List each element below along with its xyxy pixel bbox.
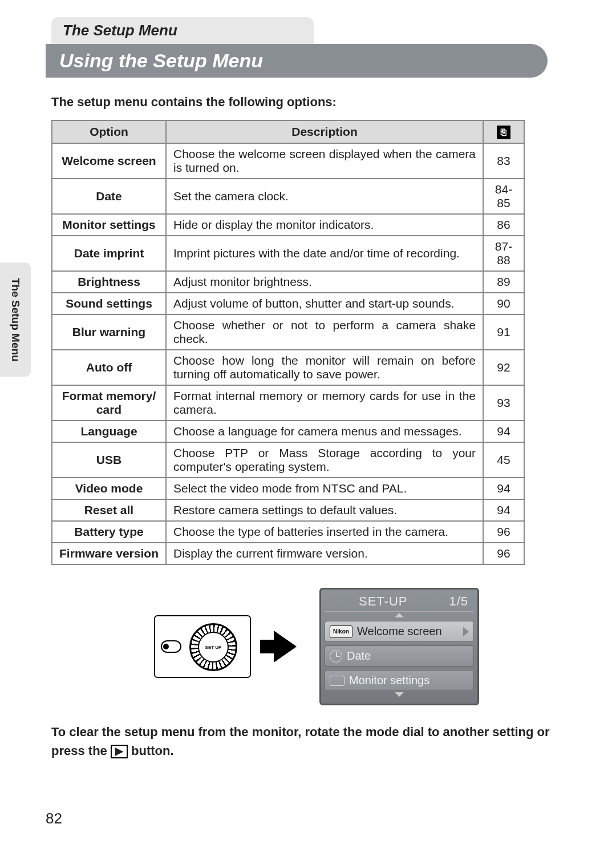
table-row: Welcome screenChoose the welcome screen … — [52, 143, 524, 179]
table-row: Monitor settingsHide or display the moni… — [52, 214, 524, 236]
description-cell: Adjust monitor brightness. — [166, 271, 483, 293]
lcd-page: 1/5 — [449, 594, 468, 609]
intro-text: The setup menu contains the following op… — [51, 95, 587, 110]
option-cell: Language — [52, 421, 166, 442]
option-cell: Blur warning — [52, 314, 166, 350]
section-title: Using the Setup Menu — [46, 44, 548, 78]
table-row: Battery typeChoose the type of batteries… — [52, 521, 524, 543]
nikon-logo-icon: Nikon — [330, 625, 352, 638]
table-row: Auto offChoose how long the monitor will… — [52, 350, 524, 385]
description-cell: Choose the type of batteries inserted in… — [166, 521, 483, 543]
option-cell: Date imprint — [52, 236, 166, 271]
option-cell: Auto off — [52, 350, 166, 385]
description-cell: Choose PTP or Mass Storage according to … — [166, 442, 483, 478]
illustration-row: SET UP SET-UP 1/5 NikonWelcome screenDat… — [46, 588, 587, 705]
page-cell: 83 — [483, 143, 524, 179]
page-cell: 86 — [483, 214, 524, 236]
option-cell: Brightness — [52, 271, 166, 293]
page-cell: 93 — [483, 385, 524, 421]
option-cell: Format memory/ card — [52, 385, 166, 421]
table-row: Sound settingsAdjust volume of button, s… — [52, 293, 524, 314]
mode-dial-illustration: SET UP — [154, 615, 251, 678]
description-cell: Format internal memory or memory cards f… — [166, 385, 483, 421]
description-cell: Hide or display the monitor indicators. — [166, 214, 483, 236]
dial-setup-label: SET UP — [198, 632, 229, 663]
col-page: ⎘ — [483, 120, 524, 143]
page-cell: 92 — [483, 350, 524, 385]
play-button-icon: ▶ — [111, 745, 128, 758]
chevron-right-icon — [463, 627, 469, 636]
table-row: USBChoose PTP or Mass Storage according … — [52, 442, 524, 478]
arrow-right-icon — [274, 631, 297, 663]
col-description: Description — [166, 120, 483, 143]
lcd-item-label: Monitor settings — [349, 674, 429, 687]
page-cell: 96 — [483, 543, 524, 564]
option-cell: Reset all — [52, 499, 166, 521]
description-cell: Select the video mode from NTSC and PAL. — [166, 478, 483, 499]
lcd-preview: SET-UP 1/5 NikonWelcome screenDateMonito… — [319, 588, 479, 705]
description-cell: Choose a language for camera menus and m… — [166, 421, 483, 442]
description-cell: Adjust volume of button, shutter and sta… — [166, 293, 483, 314]
page-number: 82 — [46, 810, 62, 827]
page-cell: 89 — [483, 271, 524, 293]
page-cell: 94 — [483, 499, 524, 521]
page-cell: 45 — [483, 442, 524, 478]
page-cell: 94 — [483, 478, 524, 499]
option-cell: Firmware version — [52, 543, 166, 564]
table-row: BrightnessAdjust monitor brightness.89 — [52, 271, 524, 293]
description-cell: Imprint pictures with the date and/or ti… — [166, 236, 483, 271]
page-cell: 91 — [483, 314, 524, 350]
lcd-menu-item: Date — [325, 645, 474, 667]
description-cell: Choose whether or not to perform a camer… — [166, 314, 483, 350]
chevron-up-icon — [395, 613, 404, 617]
page-cell: 87-88 — [483, 236, 524, 271]
description-cell: Choose how long the monitor will remain … — [166, 350, 483, 385]
table-row: LanguageChoose a language for camera men… — [52, 421, 524, 442]
option-cell: Battery type — [52, 521, 166, 543]
col-option: Option — [52, 120, 166, 143]
option-cell: Welcome screen — [52, 143, 166, 179]
description-cell: Restore camera settings to default value… — [166, 499, 483, 521]
table-row: Date imprintImprint pictures with the da… — [52, 236, 524, 271]
footer-instruction: To clear the setup menu from the monitor… — [51, 722, 582, 760]
lcd-title: SET-UP — [359, 594, 407, 609]
page-ref-icon: ⎘ — [497, 126, 510, 139]
chevron-down-icon — [395, 692, 404, 697]
option-cell: Date — [52, 179, 166, 214]
monitor-icon — [330, 676, 345, 686]
chapter-tab: The Setup Menu — [51, 17, 314, 44]
table-row: Blur warningChoose whether or not to per… — [52, 314, 524, 350]
option-cell: USB — [52, 442, 166, 478]
lcd-item-label: Welcome screen — [357, 625, 442, 638]
page-cell: 90 — [483, 293, 524, 314]
table-row: Video modeSelect the video mode from NTS… — [52, 478, 524, 499]
page-cell: 84-85 — [483, 179, 524, 214]
page-cell: 94 — [483, 421, 524, 442]
option-cell: Monitor settings — [52, 214, 166, 236]
option-cell: Sound settings — [52, 293, 166, 314]
table-row: Firmware versionDisplay the current firm… — [52, 543, 524, 564]
description-cell: Choose the welcome screen displayed when… — [166, 143, 483, 179]
clock-icon — [330, 650, 342, 663]
options-table: Option Description ⎘ Welcome screenChoos… — [51, 120, 525, 565]
table-row: DateSet the camera clock.84-85 — [52, 179, 524, 214]
side-tab: The Setup Menu — [0, 263, 31, 377]
lcd-menu-item: NikonWelcome screen — [325, 621, 474, 642]
lcd-item-label: Date — [347, 649, 371, 663]
description-cell: Display the current firmware version. — [166, 543, 483, 564]
table-row: Reset allRestore camera settings to defa… — [52, 499, 524, 521]
option-cell: Video mode — [52, 478, 166, 499]
page-cell: 96 — [483, 521, 524, 543]
table-row: Format memory/ cardFormat internal memor… — [52, 385, 524, 421]
lcd-menu-item: Monitor settings — [325, 670, 474, 691]
description-cell: Set the camera clock. — [166, 179, 483, 214]
